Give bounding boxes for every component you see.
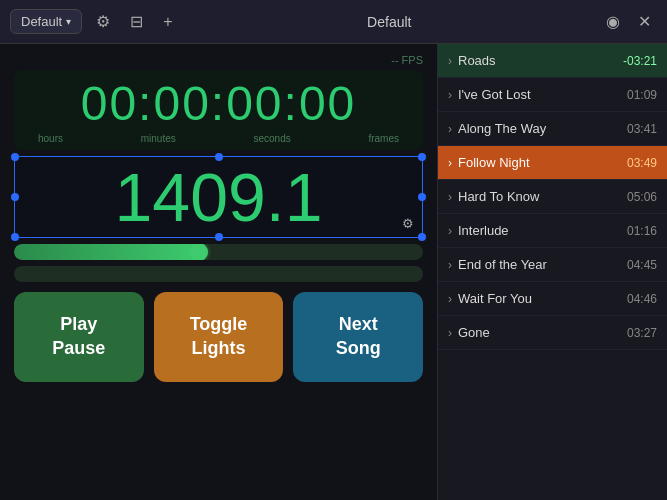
song-duration: 05:06 [627,190,657,204]
playlist-panel: › Roads -03:21 › I've Got Lost 01:09 › A… [437,44,667,500]
resize-handle-tm[interactable] [215,153,223,161]
resize-handle-br[interactable] [418,233,426,241]
playlist-item[interactable]: › Wait For You 04:46 [438,282,667,316]
plus-icon: + [163,13,172,30]
label-minutes: minutes [141,133,176,144]
resize-handle-bm[interactable] [215,233,223,241]
song-title: Follow Night [458,155,621,170]
playlist-item[interactable]: › Roads -03:21 [438,44,667,78]
window-title: Default [179,14,600,30]
close-icon: ✕ [638,13,651,30]
slider-row [14,244,423,282]
song-title: Hard To Know [458,189,621,204]
timer-value: 00:00:00:00 [28,78,409,131]
slider-1[interactable] [14,244,423,260]
main-layout: -- FPS 00:00:00:00 hours minutes seconds… [0,44,667,500]
song-duration: 04:45 [627,258,657,272]
next-song-button[interactable]: Next Song [293,292,423,382]
chevron-icon: › [448,54,452,68]
resize-handle-ml[interactable] [11,193,19,201]
label-hours: hours [38,133,63,144]
song-title: Roads [458,53,617,68]
gear-icon: ⚙ [96,13,110,30]
song-title: I've Got Lost [458,87,621,102]
display-settings-icon[interactable]: ⚙ [402,216,414,231]
song-title: End of the Year [458,257,621,272]
song-title: Wait For You [458,291,621,306]
buttons-row: Play Pause Toggle Lights Next Song [14,292,423,382]
gear-button[interactable]: ⚙ [90,8,116,35]
toggle-lights-button[interactable]: Toggle Lights [154,292,284,382]
add-button[interactable]: + [157,9,178,35]
chevron-icon: ▾ [66,16,71,27]
chevron-icon: › [448,292,452,306]
playlist-item[interactable]: › Interlude 01:16 [438,214,667,248]
chevron-icon: › [448,156,452,170]
chevron-icon: › [448,258,452,272]
chevron-icon: › [448,326,452,340]
close-button[interactable]: ✕ [632,8,657,35]
preset-dropdown[interactable]: Default ▾ [10,9,82,34]
big-number: 1409.1 [25,163,412,231]
timer-display: 00:00:00:00 hours minutes seconds frames [14,70,423,150]
fps-display: -- FPS [14,54,423,66]
top-bar: Default ▾ ⚙ ⊟ + Default ◉ ✕ [0,0,667,44]
slider-2[interactable] [14,266,423,282]
label-frames: frames [368,133,399,144]
playlist-item[interactable]: › Hard To Know 05:06 [438,180,667,214]
top-bar-left: Default ▾ ⚙ ⊟ + [10,8,179,35]
resize-handle-tr[interactable] [418,153,426,161]
song-duration: 01:16 [627,224,657,238]
playlist-item[interactable]: › Follow Night 03:49 [438,146,667,180]
song-title: Along The Way [458,121,621,136]
song-duration: 04:46 [627,292,657,306]
resize-handle-mr[interactable] [418,193,426,201]
slider-1-fill [14,244,206,260]
play-pause-button[interactable]: Play Pause [14,292,144,382]
left-panel: -- FPS 00:00:00:00 hours minutes seconds… [0,44,437,500]
top-bar-right: ◉ ✕ [600,8,657,35]
grid-icon: ⊟ [130,13,143,30]
song-title: Interlude [458,223,621,238]
slider-1-thumb[interactable] [190,244,208,260]
song-duration: 01:09 [627,88,657,102]
chevron-icon: › [448,224,452,238]
playlist-item[interactable]: › End of the Year 04:45 [438,248,667,282]
grid-button[interactable]: ⊟ [124,8,149,35]
song-duration: 03:49 [627,156,657,170]
number-display-wrapper[interactable]: 1409.1 ⚙ [14,156,423,238]
song-title: Gone [458,325,621,340]
resize-handle-bl[interactable] [11,233,19,241]
timer-labels: hours minutes seconds frames [28,133,409,144]
playlist-item[interactable]: › I've Got Lost 01:09 [438,78,667,112]
chevron-icon: › [448,190,452,204]
song-duration: 03:27 [627,326,657,340]
chevron-icon: › [448,88,452,102]
eye-button[interactable]: ◉ [600,8,626,35]
chevron-icon: › [448,122,452,136]
resize-handle-tl[interactable] [11,153,19,161]
label-seconds: seconds [253,133,290,144]
playlist-item[interactable]: › Along The Way 03:41 [438,112,667,146]
song-duration: -03:21 [623,54,657,68]
song-duration: 03:41 [627,122,657,136]
playlist-item[interactable]: › Gone 03:27 [438,316,667,350]
eye-icon: ◉ [606,13,620,30]
preset-label: Default [21,14,62,29]
